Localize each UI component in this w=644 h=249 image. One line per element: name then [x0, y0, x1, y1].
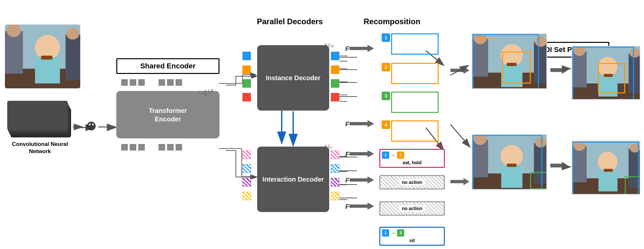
svg-point-48	[535, 36, 547, 47]
svg-rect-46	[507, 63, 517, 66]
f-label-2: F	[345, 120, 349, 128]
interaction-decoder-inputs	[242, 151, 251, 200]
f-arrow-1	[350, 44, 376, 56]
cnn-visual	[7, 101, 73, 137]
cnn-label: Convolutional Neural Network	[7, 141, 73, 155]
recomposition-label: Recomposition	[364, 17, 420, 26]
svg-point-60	[535, 137, 547, 148]
instance-box-3: 3	[382, 92, 439, 113]
svg-marker-38	[450, 178, 469, 185]
svg-rect-72	[604, 74, 613, 77]
eat-hold-label: eat, hold	[382, 160, 442, 165]
hoi-result-image-1	[572, 46, 640, 100]
enc-squares-top-left	[121, 79, 182, 86]
svg-marker-37	[450, 67, 469, 74]
svg-marker-32	[350, 45, 374, 52]
f-label-5: F	[345, 203, 349, 210]
interaction-result-3: no action	[379, 201, 445, 216]
svg-rect-80	[572, 146, 587, 182]
instance-decoder-label: Instance Decoder	[266, 74, 321, 82]
interaction-result-2: no action	[379, 175, 445, 189]
svg-rect-25	[5, 31, 23, 74]
f-label-3: F	[345, 151, 349, 158]
svg-point-31	[66, 28, 79, 40]
interaction-decoder-label: Interaction Decoder	[262, 175, 324, 184]
svg-marker-35	[350, 176, 374, 184]
svg-point-70	[598, 57, 617, 77]
interaction-result-4: 1 → 3 sit	[379, 227, 445, 246]
f-arrow-5	[350, 201, 376, 213]
parallel-decoders-label: Parallel Decoders	[236, 17, 344, 26]
svg-marker-63	[550, 67, 568, 74]
svg-rect-42	[472, 39, 488, 77]
svg-rect-28	[35, 57, 60, 83]
interaction-decoder-outputs	[331, 151, 339, 200]
svg-rect-59	[534, 143, 547, 184]
instance-box-4: 4	[382, 120, 439, 142]
no-action-label-1: no action	[399, 179, 425, 186]
result-image-2	[472, 134, 547, 190]
hoi-result-image-2	[572, 141, 640, 195]
f-label-4: F	[345, 177, 349, 184]
svg-rect-30	[66, 34, 80, 80]
svg-point-74	[630, 48, 640, 58]
svg-rect-84	[604, 169, 613, 172]
svg-rect-68	[572, 51, 587, 87]
instance-decoder-box: Instance Decoder	[257, 45, 329, 111]
shared-encoder-box: Shared Encoder	[116, 58, 219, 74]
svg-rect-57	[501, 165, 522, 188]
to-hoi-arrow-2	[550, 160, 568, 171]
instance-box-1: 1	[382, 33, 439, 55]
shared-encoder-label: Shared Encoder	[140, 62, 196, 70]
svg-line-111	[450, 124, 470, 147]
svg-marker-33	[350, 120, 374, 127]
svg-rect-29	[41, 56, 52, 60]
transformer-encoder-box: × LE TransformerEncoder	[116, 91, 219, 138]
enc-squares-bottom-left	[121, 144, 182, 151]
svg-point-82	[598, 152, 617, 171]
diagram-container: Convolutional Neural Network ⊕ Shared En…	[0, 0, 644, 249]
svg-rect-73	[629, 54, 640, 93]
to-hoi-arrow-1	[550, 65, 568, 77]
f-arrow-4	[350, 175, 376, 187]
instance-decoder-inputs	[242, 52, 251, 101]
interaction-decoder-box: Interaction Decoder	[257, 147, 329, 212]
input-image	[5, 25, 80, 88]
instance-box-2: 2	[382, 63, 439, 84]
f-arrow-3	[350, 149, 376, 161]
recomp-to-result-arrow-2	[450, 177, 470, 188]
svg-rect-58	[507, 164, 517, 167]
svg-marker-36	[350, 203, 374, 210]
sit-label: sit	[382, 238, 442, 243]
no-action-label-2: no action	[399, 205, 425, 212]
times-le: × LE	[198, 90, 207, 96]
plus-symbol: ⊕	[85, 119, 98, 133]
result-image-1	[472, 33, 547, 89]
svg-marker-34	[350, 150, 374, 157]
transformer-encoder-label: TransformerEncoder	[149, 107, 187, 123]
svg-marker-64	[550, 162, 568, 169]
recomp-to-result-arrow-1	[450, 65, 470, 77]
f-label-1: F	[345, 45, 349, 53]
svg-rect-54	[472, 140, 488, 177]
interaction-result-1: 1 → 2 eat, hold	[379, 149, 445, 168]
f-arrow-2	[350, 119, 376, 131]
instance-decoder-outputs	[331, 52, 339, 101]
svg-rect-47	[534, 42, 547, 83]
svg-rect-83	[598, 170, 617, 191]
